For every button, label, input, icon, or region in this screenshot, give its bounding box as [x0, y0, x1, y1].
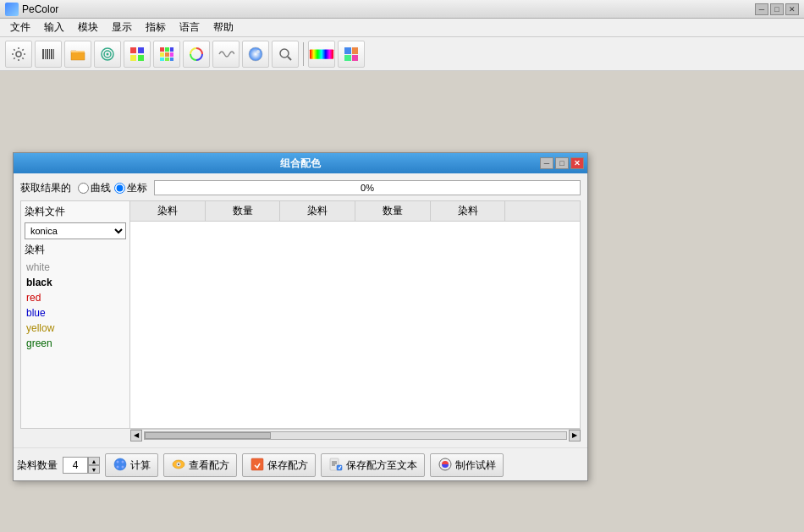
- svg-point-24: [249, 47, 262, 61]
- dye-black[interactable]: black: [25, 276, 126, 289]
- sample-icon: [438, 457, 453, 474]
- gear-toolbar-btn[interactable]: [5, 41, 32, 68]
- col-qty3-partial: [505, 201, 580, 221]
- spinner-down-btn[interactable]: ▼: [88, 465, 100, 474]
- progress-bar: 0%: [154, 180, 581, 195]
- svg-rect-21: [165, 58, 169, 61]
- dye-white[interactable]: white: [25, 261, 126, 274]
- spectrum-toolbar-btn[interactable]: [183, 41, 210, 68]
- view-btn-label: 查看配方: [189, 458, 229, 473]
- maximize-btn[interactable]: □: [770, 3, 784, 15]
- rainbow-toolbar-btn[interactable]: [308, 41, 335, 68]
- menu-module[interactable]: 模块: [71, 19, 105, 36]
- menu-file[interactable]: 文件: [3, 19, 37, 36]
- radio-coord[interactable]: 坐标: [114, 181, 147, 195]
- spinner-up-btn[interactable]: ▲: [88, 457, 100, 465]
- minimize-btn[interactable]: ─: [755, 3, 768, 15]
- radio-coord-label: 坐标: [127, 181, 147, 195]
- radio-group: 曲线 坐标: [78, 181, 147, 195]
- col-dye1: 染料: [130, 201, 206, 221]
- right-panel: 染料 数量 染料 数量 染料: [130, 200, 581, 429]
- menu-index[interactable]: 指标: [139, 19, 173, 36]
- menu-bar: 文件 输入 模块 显示 指标 语言 帮助: [0, 19, 804, 37]
- table-body: [130, 222, 580, 428]
- dialog-body: 获取结果的 曲线 坐标 0%: [14, 173, 587, 447]
- dialog-minimize-btn[interactable]: ─: [540, 157, 553, 169]
- window-controls: ─ □ ✕: [755, 3, 799, 15]
- save-btn-label: 保存配方: [267, 458, 308, 473]
- svg-rect-29: [344, 47, 351, 54]
- horizontal-scrollbar[interactable]: ◀ ▶: [130, 429, 581, 441]
- menu-language[interactable]: 语言: [173, 19, 207, 36]
- dialog-title-text: 组合配色: [280, 156, 321, 171]
- calc-icon: [113, 457, 128, 474]
- colorwheel-toolbar-btn[interactable]: [242, 41, 269, 68]
- svg-rect-14: [160, 47, 164, 52]
- dialog-maximize-btn[interactable]: □: [555, 157, 569, 169]
- menu-display[interactable]: 显示: [105, 19, 139, 36]
- mosaic-toolbar-btn[interactable]: [338, 41, 365, 68]
- dye-section-label: 染料: [25, 243, 126, 257]
- dye-yellow[interactable]: yellow: [25, 321, 126, 335]
- svg-rect-6: [53, 49, 54, 59]
- svg-rect-32: [352, 55, 358, 61]
- radio-curve[interactable]: 曲线: [78, 181, 111, 195]
- menu-input[interactable]: 输入: [37, 19, 71, 36]
- svg-point-25: [256, 50, 260, 53]
- svg-rect-19: [170, 52, 173, 57]
- svg-rect-20: [160, 58, 164, 61]
- app-title: PeColor: [22, 3, 755, 15]
- dye-blue[interactable]: blue: [25, 306, 126, 320]
- svg-rect-10: [130, 47, 136, 53]
- svg-line-27: [288, 57, 291, 60]
- svg-rect-22: [170, 58, 173, 61]
- svg-rect-1: [42, 49, 44, 59]
- svg-rect-4: [49, 49, 50, 59]
- dye-red[interactable]: red: [25, 291, 126, 304]
- col-qty2: 数量: [355, 201, 431, 221]
- view-recipe-btn[interactable]: 查看配方: [163, 453, 237, 477]
- result-label: 获取结果的: [20, 181, 71, 195]
- grid-toolbar-btn[interactable]: [153, 41, 180, 68]
- calc-btn[interactable]: 计算: [105, 453, 158, 477]
- svg-point-37: [122, 465, 124, 468]
- svg-point-9: [107, 52, 109, 55]
- barcode-toolbar-btn[interactable]: [35, 41, 62, 68]
- close-btn[interactable]: ✕: [785, 3, 799, 15]
- dye-green[interactable]: green: [25, 337, 126, 350]
- dye-count-spinner[interactable]: ▲ ▼: [63, 457, 100, 474]
- wave-toolbar-btn[interactable]: [212, 41, 240, 68]
- dye-count-input[interactable]: [63, 457, 88, 474]
- svg-rect-31: [344, 55, 351, 61]
- scroll-left-btn[interactable]: ◀: [130, 430, 142, 442]
- dialog-window: 组合配色 ─ □ ✕ 获取结果的 曲线 坐标: [13, 152, 588, 481]
- table-header: 染料 数量 染料 数量 染料: [130, 201, 580, 222]
- svg-rect-17: [160, 52, 164, 57]
- save-text-btn[interactable]: 保存配方至文本: [321, 453, 425, 477]
- dialog-controls: ─ □ ✕: [540, 157, 584, 169]
- svg-rect-2: [45, 49, 46, 59]
- scroll-track[interactable]: [144, 431, 567, 440]
- svg-rect-28: [310, 49, 333, 58]
- scroll-thumb[interactable]: [145, 432, 271, 439]
- save-recipe-btn[interactable]: 保存配方: [242, 453, 316, 477]
- spinner-buttons: ▲ ▼: [88, 457, 100, 474]
- svg-rect-11: [138, 47, 144, 53]
- dialog-content: 染料文件 konica 染料 white black red blue yell…: [20, 200, 581, 429]
- file-dropdown[interactable]: konica: [25, 222, 126, 239]
- view-icon: [171, 457, 186, 474]
- scroll-right-btn[interactable]: ▶: [569, 430, 581, 442]
- search-toolbar-btn[interactable]: [272, 41, 299, 68]
- svg-point-40: [178, 463, 179, 465]
- save-text-btn-label: 保存配方至文本: [346, 458, 417, 473]
- svg-point-36: [117, 465, 119, 468]
- save-text-icon: [328, 457, 344, 474]
- palette-toolbar-btn[interactable]: [124, 41, 151, 68]
- menu-help[interactable]: 帮助: [207, 19, 240, 36]
- progress-text: 0%: [361, 183, 374, 193]
- dialog-close-btn[interactable]: ✕: [570, 157, 584, 169]
- folder-toolbar-btn[interactable]: [64, 41, 91, 68]
- svg-rect-30: [352, 47, 358, 54]
- make-sample-btn[interactable]: 制作试样: [430, 453, 504, 477]
- target-toolbar-btn[interactable]: [94, 41, 121, 68]
